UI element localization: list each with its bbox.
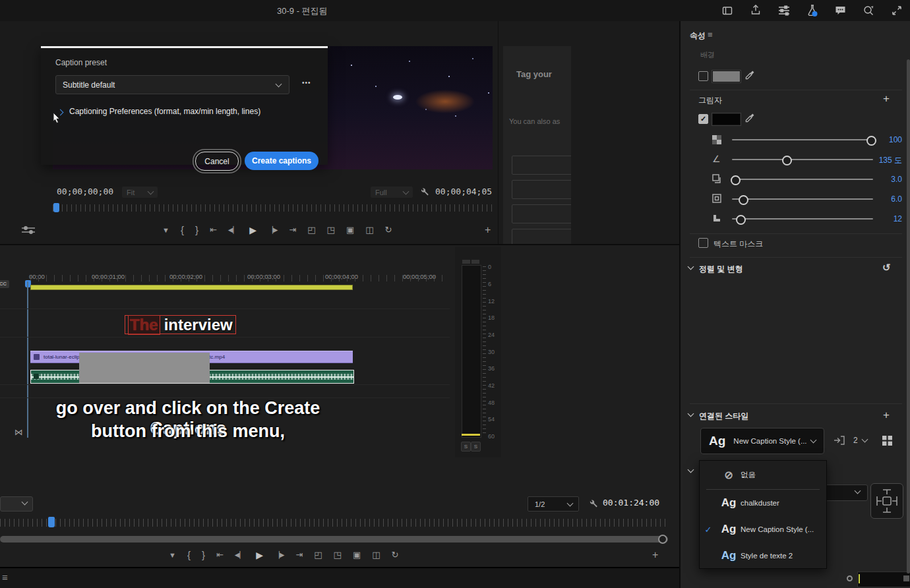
- style-grid-icon[interactable]: [882, 436, 892, 446]
- shadow-checkbox[interactable]: ✓: [698, 114, 708, 124]
- step-forward-icon[interactable]: ▕▶: [268, 226, 278, 233]
- slider-value[interactable]: 100: [889, 135, 902, 144]
- timeline-ruler-ticks[interactable]: [30, 275, 448, 281]
- solo-right-button[interactable]: S: [471, 442, 481, 452]
- mark-in-icon[interactable]: {: [181, 224, 184, 235]
- slider-value[interactable]: 3.0: [891, 175, 902, 184]
- slider-track[interactable]: [732, 198, 873, 200]
- sync-icon[interactable]: ↻: [384, 225, 392, 235]
- eyedropper-icon[interactable]: [744, 70, 755, 80]
- create-captions-button[interactable]: Create captions: [245, 152, 318, 170]
- preset-more-button[interactable]: •••: [302, 79, 311, 86]
- slider-track[interactable]: [732, 159, 873, 160]
- fit-select[interactable]: Fit: [122, 187, 158, 198]
- slider-track[interactable]: [732, 218, 873, 220]
- step-back-icon[interactable]: ◀▏: [235, 551, 245, 558]
- slider-track[interactable]: [732, 139, 873, 140]
- add-transport-button[interactable]: +: [485, 224, 491, 236]
- add-style-button[interactable]: +: [883, 409, 890, 422]
- eyedropper-icon[interactable]: [744, 113, 755, 123]
- export-frame-icon[interactable]: ▣: [353, 550, 361, 560]
- extract-icon[interactable]: ◳: [334, 550, 342, 560]
- add-marker-icon[interactable]: ▼: [169, 551, 176, 559]
- quick-search-icon[interactable]: [863, 5, 875, 16]
- tag-option-row[interactable]: [512, 156, 571, 175]
- lift-icon[interactable]: ◰: [314, 550, 322, 560]
- style-option-new-caption-style[interactable]: ✓ Ag New Caption Style (...: [700, 516, 826, 543]
- caption-preset-select[interactable]: Subtitle default: [55, 75, 289, 94]
- section-expander-icon[interactable]: [688, 264, 694, 270]
- tag-option-row[interactable]: [512, 204, 571, 223]
- step-back-icon[interactable]: ◀▏: [228, 226, 238, 233]
- settings-sliders-icon[interactable]: [777, 5, 791, 16]
- style-select[interactable]: Ag New Caption Style (...: [700, 428, 824, 454]
- caption-clip-selected[interactable]: The interview: [125, 315, 236, 334]
- monitor-settings-icon[interactable]: [21, 225, 36, 235]
- zoom-level-select[interactable]: 1/2: [528, 496, 579, 512]
- slider-value[interactable]: 135 도: [879, 155, 902, 166]
- slider-value[interactable]: 12: [894, 214, 902, 223]
- transform-section-title[interactable]: 정렬 및 변형: [699, 264, 743, 275]
- program-timecode[interactable]: 00:01:24:00: [603, 498, 659, 508]
- safe-zone-widget[interactable]: [870, 483, 903, 519]
- tag-option-row[interactable]: [512, 180, 571, 199]
- slider-knob[interactable]: [736, 215, 746, 225]
- extract-icon[interactable]: ◳: [327, 225, 335, 235]
- fullscreen-icon[interactable]: [891, 5, 903, 16]
- style-option-none[interactable]: ⊘ 없음: [700, 461, 826, 489]
- style-option-chalkduster[interactable]: Ag chalkduster: [700, 490, 826, 516]
- settings-wrench-icon[interactable]: [419, 187, 430, 197]
- program-playhead[interactable]: [48, 517, 55, 527]
- cancel-button[interactable]: Cancel: [195, 152, 239, 171]
- section-expander-icon[interactable]: [688, 467, 694, 473]
- insert-icon[interactable]: ◫: [365, 225, 373, 235]
- lift-icon[interactable]: ◰: [307, 225, 315, 235]
- shadow-color-swatch[interactable]: [712, 113, 741, 125]
- source-timecode-in[interactable]: 00;00;00;00: [57, 187, 113, 196]
- section-expander-icon[interactable]: [688, 411, 694, 417]
- track-height-select[interactable]: [0, 496, 33, 512]
- playback-quality-select[interactable]: Full: [371, 187, 413, 198]
- timeline-panel-menu-icon[interactable]: ≡: [2, 572, 8, 583]
- background-color-swatch[interactable]: [712, 71, 741, 82]
- play-icon[interactable]: ▶: [256, 550, 263, 560]
- push-style-to-track-icon[interactable]: [834, 435, 845, 446]
- step-forward-icon[interactable]: ▕▶: [274, 551, 284, 558]
- work-area-bar[interactable]: [30, 285, 353, 290]
- go-to-in-icon[interactable]: ⇤: [216, 550, 224, 560]
- captioning-prefs-link[interactable]: Captioning Preferences (format, max/min …: [69, 107, 260, 116]
- settings-wrench-icon[interactable]: [588, 498, 599, 509]
- source-mini-ruler[interactable]: [53, 204, 496, 212]
- corner-value-field[interactable]: [857, 572, 910, 587]
- go-to-out-icon[interactable]: ⇥: [289, 225, 296, 235]
- styles-section-title[interactable]: 연결된 스타일: [699, 411, 748, 422]
- insert-icon[interactable]: ◫: [372, 550, 380, 560]
- comments-icon[interactable]: [834, 5, 847, 16]
- track-count-select[interactable]: 2: [853, 434, 876, 446]
- slider-knob[interactable]: [731, 175, 741, 185]
- style-option-style-de-texte-2[interactable]: Ag Style de texte 2: [700, 543, 826, 569]
- add-transport-button[interactable]: +: [652, 549, 658, 561]
- mark-out-icon[interactable]: }: [202, 549, 205, 560]
- export-frame-icon[interactable]: ▣: [346, 225, 354, 235]
- mark-out-icon[interactable]: }: [195, 224, 198, 235]
- text-mask-checkbox[interactable]: [698, 238, 708, 248]
- solo-left-button[interactable]: S: [461, 442, 471, 452]
- slider-value[interactable]: 6.0: [891, 194, 902, 204]
- beta-lab-icon[interactable]: [806, 3, 819, 17]
- share-export-icon[interactable]: [750, 4, 762, 16]
- go-to-in-icon[interactable]: ⇤: [210, 225, 217, 235]
- slider-knob[interactable]: [739, 195, 748, 205]
- tag-option-row[interactable]: [512, 229, 571, 244]
- go-to-out-icon[interactable]: ⇥: [295, 550, 303, 560]
- panel-scrollbar[interactable]: [907, 59, 910, 573]
- slider-knob[interactable]: [866, 136, 876, 146]
- mark-in-icon[interactable]: {: [187, 549, 191, 560]
- horizontal-scrollbar-track[interactable]: [0, 536, 668, 543]
- add-shadow-button[interactable]: +: [883, 92, 890, 105]
- corner-slider-knob[interactable]: [847, 575, 853, 581]
- horizontal-scrollbar-handle[interactable]: [658, 535, 667, 544]
- workspace-panel-icon[interactable]: [721, 5, 733, 16]
- reset-icon[interactable]: ↺: [882, 262, 891, 274]
- slider-knob[interactable]: [782, 156, 792, 165]
